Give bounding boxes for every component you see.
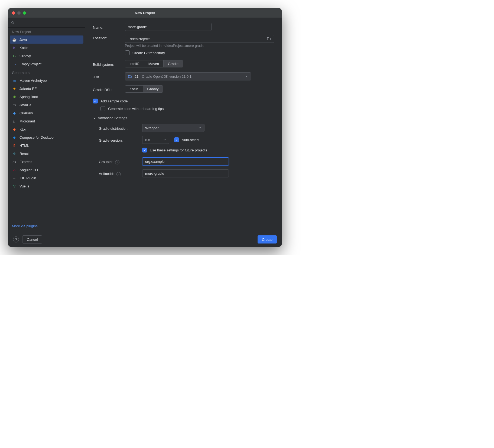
chevron-down-icon <box>93 116 96 120</box>
sidebar: New Project☕JavaKKotlinGGroovy▭Empty Pro… <box>8 18 85 232</box>
sidebar-item-empty-project[interactable]: ▭Empty Project <box>10 60 83 68</box>
sidebar-item-label: Maven Archetype <box>20 79 47 83</box>
sidebar-item-label: Angular CLI <box>20 168 38 172</box>
sidebar-item-react[interactable]: ⚛React <box>10 150 83 158</box>
vue-icon: V <box>12 184 17 188</box>
sidebar-item-spring-boot[interactable]: ❀Spring Boot <box>10 93 83 101</box>
folder-icon[interactable] <box>267 37 271 41</box>
dsl-segmented: KotlinGroovy <box>125 85 163 93</box>
help-button[interactable]: ? <box>13 236 19 242</box>
kotlin-icon: K <box>12 46 17 50</box>
sidebar-item-label: Quarkus <box>20 111 33 115</box>
git-label: Create Git repository <box>132 51 165 55</box>
sidebar-section-label: Generators <box>8 69 85 76</box>
sidebar-item-jakarta-ee[interactable]: ✈Jakarta EE <box>10 85 83 93</box>
checkbox-icon <box>100 106 105 111</box>
chevron-down-icon <box>163 138 166 141</box>
sidebar-section-label: New Project <box>8 28 85 35</box>
close-window-icon[interactable] <box>12 11 15 15</box>
java-icon: ☕ <box>12 38 17 42</box>
html-icon: 5 <box>12 144 17 148</box>
groupid-input[interactable] <box>142 157 229 165</box>
sidebar-item-vue-js[interactable]: VVue.js <box>10 182 83 190</box>
auto-select-checkbox[interactable]: ✓ Auto-select <box>174 137 199 142</box>
advanced-settings-header[interactable]: Advanced Settings <box>93 116 274 120</box>
svg-point-0 <box>11 21 14 24</box>
sidebar-item-express[interactable]: exExpress <box>10 158 83 166</box>
jakarta-icon: ✈ <box>12 87 17 91</box>
sidebar-item-angular-cli[interactable]: AAngular CLI <box>10 166 83 174</box>
seg-option-maven[interactable]: Maven <box>144 60 164 67</box>
sidebar-item-java[interactable]: ☕Java <box>10 35 83 44</box>
location-input[interactable]: ~/IdeaProjects <box>125 35 274 43</box>
seg-option-intellij[interactable]: IntelliJ <box>125 60 144 67</box>
sidebar-item-javafx[interactable]: ▭JavaFX <box>10 101 83 109</box>
seg-option-gradle[interactable]: Gradle <box>164 60 183 67</box>
sidebar-item-ktor[interactable]: ◆Ktor <box>10 125 83 133</box>
sidebar-item-label: Spring Boot <box>20 95 38 99</box>
onboarding-checkbox[interactable]: Generate code with onboarding tips <box>100 106 274 111</box>
dist-label: Gradle distribution: <box>99 125 142 131</box>
name-input[interactable] <box>125 23 212 31</box>
sidebar-item-label: IDE Plugin <box>20 176 36 180</box>
sidebar-item-label: Jakarta EE <box>20 87 37 91</box>
create-button[interactable]: Create <box>258 235 277 244</box>
chevron-down-icon <box>245 75 248 78</box>
seg-option-kotlin[interactable]: Kotlin <box>125 86 143 92</box>
minimize-window-icon[interactable] <box>17 11 21 15</box>
info-icon[interactable]: ? <box>116 172 121 176</box>
sample-label: Add sample code <box>100 99 128 103</box>
sidebar-item-label: JavaFX <box>20 103 31 107</box>
search-row[interactable] <box>8 18 85 28</box>
seg-option-groovy[interactable]: Groovy <box>143 86 163 92</box>
sidebar-item-compose-for-desktop[interactable]: ◆Compose for Desktop <box>10 133 83 141</box>
sidebar-item-maven-archetype[interactable]: mMaven Archetype <box>10 76 83 85</box>
angular-icon: A <box>12 168 17 172</box>
build-system-segmented: IntelliJMavenGradle <box>125 60 183 67</box>
jdk-dropdown[interactable]: 21 Oracle OpenJDK version 21.0.1 <box>125 72 251 80</box>
sidebar-item-quarkus[interactable]: ◆Quarkus <box>10 109 83 117</box>
sidebar-item-label: React <box>20 152 29 156</box>
react-icon: ⚛ <box>12 152 17 156</box>
sidebar-item-label: Kotlin <box>20 46 28 50</box>
future-settings-checkbox[interactable]: ✓ Use these settings for future projects <box>142 148 274 152</box>
ideplugin-icon: ⎓ <box>12 176 17 180</box>
jdk-label: JDK: <box>93 74 125 79</box>
sidebar-item-ide-plugin[interactable]: ⎓IDE Plugin <box>10 174 83 182</box>
advanced-title: Advanced Settings <box>98 116 127 120</box>
javafx-icon: ▭ <box>12 103 17 107</box>
ktor-icon: ◆ <box>12 127 17 131</box>
sample-code-checkbox[interactable]: ✓ Add sample code <box>93 99 274 103</box>
sidebar-item-micronaut[interactable]: μMicronaut <box>10 117 83 125</box>
maven-icon: m <box>12 79 17 83</box>
search-icon <box>11 21 15 25</box>
sidebar-item-groovy[interactable]: GGroovy <box>10 52 83 60</box>
zoom-window-icon[interactable] <box>23 11 26 15</box>
groovy-icon: G <box>12 54 17 58</box>
gradle-version-dropdown[interactable]: 8.8 <box>142 136 169 144</box>
artifactid-input[interactable] <box>142 169 229 177</box>
build-system-label: Build system: <box>93 61 125 67</box>
git-checkbox[interactable]: Create Git repository <box>125 50 274 55</box>
location-label: Location: <box>93 35 125 40</box>
sidebar-item-html[interactable]: 5HTML <box>10 141 83 150</box>
sidebar-item-label: Vue.js <box>20 184 29 188</box>
dist-value: Wrapper <box>145 126 159 130</box>
sidebar-item-label: Ktor <box>20 127 26 131</box>
sidebar-item-kotlin[interactable]: KKotlin <box>10 44 83 52</box>
info-icon[interactable]: ? <box>115 160 119 164</box>
onboarding-label: Generate code with onboarding tips <box>108 107 164 111</box>
gradle-distribution-dropdown[interactable]: Wrapper <box>142 124 204 132</box>
sidebar-item-label: Compose for Desktop <box>20 135 54 139</box>
compose-icon: ◆ <box>12 135 17 139</box>
cancel-button[interactable]: Cancel <box>22 235 42 244</box>
jdk-version: 21 <box>135 74 138 79</box>
more-via-plugins-link[interactable]: More via plugins... <box>8 220 85 232</box>
ver-label: Gradle version: <box>99 137 142 142</box>
dialog-title: New Project <box>135 11 155 15</box>
spring-icon: ❀ <box>12 95 17 99</box>
sidebar-item-label: Micronaut <box>20 119 35 123</box>
svg-line-1 <box>14 23 14 24</box>
checkbox-checked-icon: ✓ <box>174 137 179 142</box>
window-controls <box>12 11 26 15</box>
